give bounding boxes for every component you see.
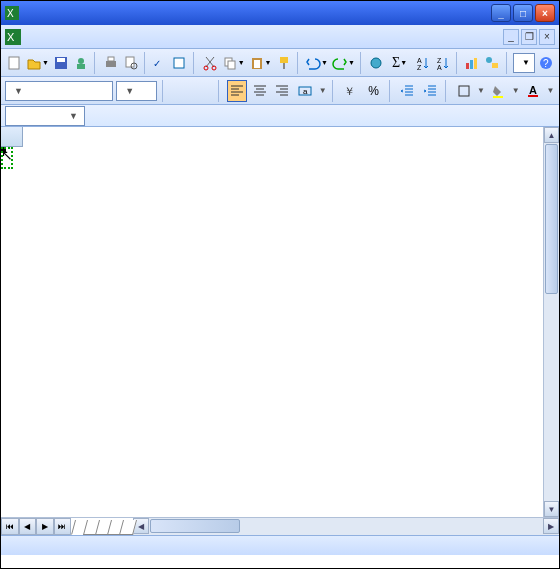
- select-all[interactable]: [1, 127, 23, 147]
- menu-edit[interactable]: [37, 35, 49, 39]
- svg-text:?: ?: [543, 58, 549, 69]
- maximize-button[interactable]: □: [513, 4, 533, 22]
- copy-button[interactable]: ▼: [221, 52, 246, 74]
- svg-text:￥: ￥: [344, 85, 355, 97]
- doc-close-button[interactable]: ×: [539, 29, 555, 45]
- scroll-up-button[interactable]: ▲: [544, 127, 559, 143]
- bold-button[interactable]: [170, 80, 190, 102]
- svg-point-31: [486, 57, 492, 63]
- formatting-toolbar: ▼ ▼ a ▼ ￥ % ▼ ▼ A▼: [1, 77, 559, 105]
- svg-rect-39: [493, 96, 503, 98]
- scroll-right-button[interactable]: ▶: [543, 518, 559, 534]
- font-color-button[interactable]: A: [523, 80, 543, 102]
- open-button[interactable]: ▼: [25, 52, 50, 74]
- menu-file[interactable]: [25, 35, 37, 39]
- doc-icon: X: [5, 29, 21, 45]
- svg-text:Z: Z: [437, 57, 442, 64]
- standard-toolbar: ▼ ✓ ▼ ▼ ▼ ▼ Σ▼ AZ ZA ▼ ?: [1, 49, 559, 77]
- redo-button[interactable]: ▼: [331, 52, 356, 74]
- menu-insert[interactable]: [61, 35, 73, 39]
- svg-text:X: X: [7, 31, 15, 43]
- menu-format[interactable]: [73, 35, 85, 39]
- size-combo[interactable]: ▼: [116, 81, 156, 101]
- align-right-button[interactable]: [272, 80, 292, 102]
- menu-tools[interactable]: [85, 35, 97, 39]
- hscroll-thumb[interactable]: [150, 519, 240, 533]
- sheet-tabs: [71, 518, 133, 535]
- align-left-button[interactable]: [227, 80, 247, 102]
- formula-bar-row: ▼: [1, 105, 559, 127]
- svg-rect-18: [228, 61, 235, 69]
- title-bar: X _ □ ×: [1, 1, 559, 25]
- new-button[interactable]: [5, 52, 23, 74]
- menu-window[interactable]: [109, 35, 121, 39]
- sort-desc-button[interactable]: ZA: [434, 52, 452, 74]
- paste-button[interactable]: ▼: [248, 52, 273, 74]
- underline-button[interactable]: [193, 80, 213, 102]
- autosum-button[interactable]: Σ▼: [387, 52, 412, 74]
- svg-rect-32: [492, 63, 498, 68]
- status-bar: [1, 535, 559, 555]
- decrease-indent-button[interactable]: [397, 80, 417, 102]
- minimize-button[interactable]: _: [491, 4, 511, 22]
- vscroll-thumb[interactable]: [545, 144, 558, 294]
- merge-center-button[interactable]: a: [295, 80, 315, 102]
- doc-restore-button[interactable]: ❐: [521, 29, 537, 45]
- app-icon: X: [5, 6, 19, 20]
- chart-button[interactable]: [463, 52, 481, 74]
- scroll-down-button[interactable]: ▼: [544, 501, 559, 517]
- menu-view[interactable]: [49, 35, 61, 39]
- sheet-tab-area: ⏮ ◀ ▶ ⏭ ◀ ▶: [1, 517, 559, 535]
- doc-min-button[interactable]: _: [503, 29, 519, 45]
- vertical-scrollbar[interactable]: ▲ ▼: [543, 127, 559, 517]
- align-center-button[interactable]: [250, 80, 270, 102]
- horizontal-scrollbar[interactable]: ◀ ▶: [133, 518, 559, 535]
- borders-button[interactable]: [454, 80, 474, 102]
- undo-button[interactable]: ▼: [304, 52, 329, 74]
- name-box[interactable]: ▼: [5, 106, 85, 126]
- percent-button[interactable]: %: [364, 80, 384, 102]
- svg-rect-10: [108, 57, 114, 61]
- fill-color-button[interactable]: [488, 80, 508, 102]
- svg-rect-14: [174, 58, 184, 68]
- tab-last-button[interactable]: ⏭: [54, 518, 72, 535]
- menu-bar: X _ ❐ ×: [1, 25, 559, 49]
- svg-rect-38: [459, 86, 469, 96]
- svg-point-7: [78, 58, 84, 64]
- cut-button[interactable]: [201, 52, 219, 74]
- research-button[interactable]: [171, 52, 189, 74]
- permissions-button[interactable]: [72, 52, 90, 74]
- svg-rect-9: [106, 61, 116, 67]
- svg-rect-20: [254, 60, 260, 68]
- close-button[interactable]: ×: [535, 4, 555, 22]
- overlay-note: [1, 147, 13, 169]
- font-combo[interactable]: ▼: [5, 81, 113, 101]
- svg-rect-41: [528, 95, 538, 97]
- svg-text:✓: ✓: [153, 58, 161, 69]
- svg-text:X: X: [7, 8, 14, 19]
- menu-help[interactable]: [121, 35, 133, 39]
- preview-button[interactable]: [122, 52, 140, 74]
- svg-text:a: a: [303, 87, 308, 96]
- svg-text:A: A: [417, 57, 422, 64]
- sort-asc-button[interactable]: AZ: [414, 52, 432, 74]
- drawing-button[interactable]: [483, 52, 501, 74]
- currency-button[interactable]: ￥: [341, 80, 361, 102]
- svg-rect-8: [77, 64, 85, 69]
- print-button[interactable]: [102, 52, 120, 74]
- tab-first-button[interactable]: ⏮: [1, 518, 19, 535]
- save-button[interactable]: [52, 52, 70, 74]
- svg-rect-29: [470, 60, 473, 69]
- svg-rect-22: [283, 63, 285, 69]
- format-painter-button[interactable]: [275, 52, 293, 74]
- zoom-combo[interactable]: ▼: [513, 53, 535, 73]
- spelling-button[interactable]: ✓: [151, 52, 169, 74]
- tab-next-button[interactable]: ▶: [36, 518, 54, 535]
- menu-data[interactable]: [97, 35, 109, 39]
- hyperlink-button[interactable]: [367, 52, 385, 74]
- tab-prev-button[interactable]: ◀: [19, 518, 37, 535]
- increase-indent-button[interactable]: [420, 80, 440, 102]
- grid-area: ↖ ▲ ▼: [1, 127, 559, 517]
- svg-rect-11: [126, 57, 134, 67]
- help-button[interactable]: ?: [537, 52, 555, 74]
